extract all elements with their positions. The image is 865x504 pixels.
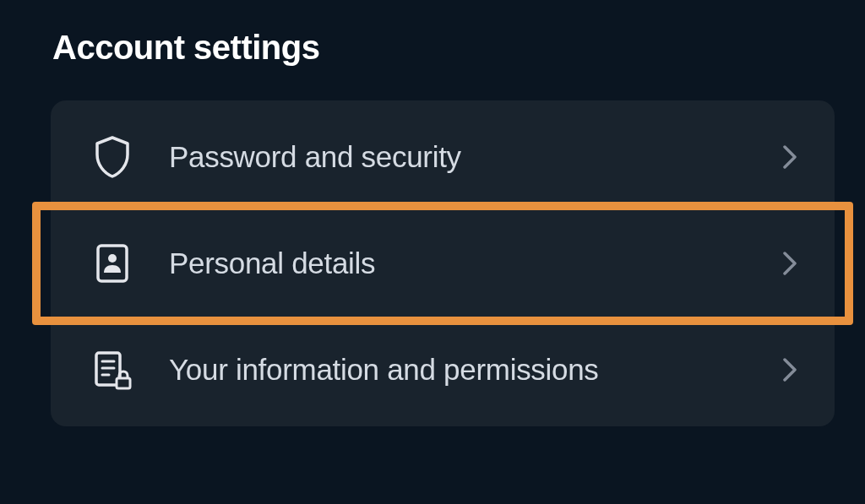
- shield-icon: [91, 136, 133, 178]
- menu-item-personal-details[interactable]: Personal details: [32, 202, 853, 325]
- page-title: Account settings: [0, 29, 865, 100]
- menu-item-password-security[interactable]: Password and security: [51, 112, 835, 202]
- svg-rect-6: [117, 378, 130, 388]
- chevron-right-icon: [782, 144, 797, 170]
- menu-item-label: Personal details: [169, 245, 782, 282]
- settings-card: Password and security Personal details: [51, 100, 835, 426]
- menu-item-information-permissions[interactable]: Your information and permissions: [51, 325, 835, 415]
- menu-item-label: Your information and permissions: [169, 351, 782, 388]
- document-lock-icon: [91, 349, 133, 391]
- menu-item-label: Password and security: [169, 138, 782, 176]
- chevron-right-icon: [782, 251, 797, 276]
- svg-point-1: [108, 254, 117, 263]
- settings-page: Account settings Password and security: [0, 0, 865, 426]
- svg-rect-0: [98, 246, 127, 281]
- chevron-right-icon: [782, 357, 797, 382]
- id-badge-icon: [91, 242, 133, 285]
